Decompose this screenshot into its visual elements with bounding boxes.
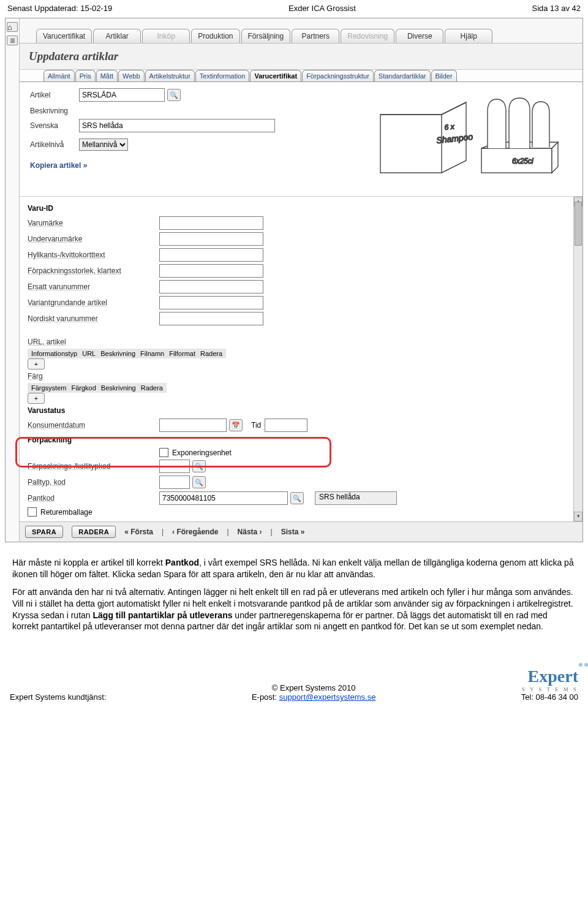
konsument-label: Konsumentdatum [28, 419, 159, 432]
exponering-checkbox[interactable] [159, 448, 168, 457]
toolbar-tab-produktion[interactable]: Produktion [191, 29, 239, 43]
doc-header-left: Senast Uppdaterad: 15-02-19 [7, 4, 112, 13]
footer-email-link[interactable]: support@expertsystems.se [279, 692, 376, 702]
subtab-textinformation[interactable]: Textinformation [195, 70, 250, 81]
subtab-artikelstruktur[interactable]: Artikelstruktur [145, 70, 195, 81]
nav-first[interactable]: « Första [124, 528, 153, 536]
search-icon[interactable]: 🔍 [290, 492, 304, 504]
search-icon[interactable]: 🔍 [192, 460, 206, 472]
subtab-webb[interactable]: Webb [118, 70, 145, 81]
svenska-label: Svenska [30, 121, 79, 130]
artikel-input[interactable] [79, 88, 165, 102]
svg-text:6 x: 6 x [444, 122, 455, 132]
app-window: ⌂ VarucertifikatArtiklarInköpProduktionF… [5, 18, 583, 542]
toolbar-tab-artiklar[interactable]: Artiklar [93, 29, 141, 43]
toolbar-tab-inköp: Inköp [142, 29, 190, 43]
subtab-pris[interactable]: Pris [75, 70, 96, 81]
forpackning-heading: Förpackning [28, 433, 570, 447]
delete-button[interactable]: RADERA [72, 526, 116, 538]
field-input[interactable] [159, 216, 263, 230]
subtab-varucertifikat[interactable]: Varucertifikat [250, 70, 301, 81]
konsument-input[interactable] [159, 419, 227, 432]
field-input[interactable] [159, 264, 263, 278]
palltyp-label: Palltyp, kod [28, 475, 159, 489]
subtab-strip: AllmäntPrisMåttWebbArtikelstrukturTextin… [19, 70, 582, 82]
scroll-down-icon[interactable]: ▾ [574, 512, 582, 521]
artikelniva-label: Artikelnivå [30, 140, 79, 149]
field-input[interactable] [159, 312, 263, 325]
field-label: Nordiskt varunummer [28, 312, 159, 325]
varustatus-heading: Varustatus [28, 404, 570, 417]
subtab-standardartiklar[interactable]: Standardartiklar [374, 70, 431, 81]
tid-input[interactable] [265, 419, 307, 432]
nav-prev[interactable]: ‹ Föregående [172, 528, 218, 536]
url-label: URL, artikel [28, 335, 570, 349]
tid-label: Tid [251, 421, 261, 430]
field-label: Hyllkants-/kvittokortttext [28, 248, 159, 262]
add-farg-icon[interactable]: + [28, 393, 45, 404]
field-label: Undervarumärke [28, 232, 159, 246]
field-label: Förpackningsstorlek, klartext [28, 264, 159, 278]
footer-left: Expert Systems kundtjänst: [10, 692, 107, 702]
info-header-row: InformationstypURLBeskrivningFilnamnFilf… [28, 349, 226, 358]
beskrivning-label: Beskrivning [30, 107, 79, 115]
nav-last[interactable]: Sista » [281, 528, 305, 536]
scroll-thumb[interactable] [575, 202, 582, 246]
doc-header: Senast Uppdaterad: 15-02-19 Exder ICA Gr… [0, 0, 588, 15]
subtab-bilder[interactable]: Bilder [431, 70, 457, 81]
list-icon[interactable] [7, 36, 18, 45]
pantkod-label: Pantkod [28, 491, 159, 505]
search-icon[interactable]: 🔍 [167, 89, 181, 101]
add-url-icon[interactable]: + [28, 358, 45, 369]
svg-text:6x25cl: 6x25cl [512, 157, 533, 165]
forpackkolli-input[interactable] [159, 460, 190, 473]
home-icon[interactable]: ⌂ [7, 22, 18, 32]
varuid-heading: Varu-ID [28, 202, 570, 215]
packaging-illustration: 6 x Shampoo 6x25cl [374, 87, 564, 179]
returemb-checkbox[interactable] [28, 507, 37, 517]
kopiera-link[interactable]: Kopiera artikel » [30, 161, 87, 170]
page-footer: Expert Systems kundtjänst: © Expert Syst… [0, 663, 588, 708]
toolbar-tab-diverse[interactable]: Diverse [396, 29, 443, 43]
farg-header-row: FärgsystemFärgkodBeskrivningRadera [28, 383, 167, 393]
palltyp-input[interactable] [159, 475, 190, 489]
toolbar-tab-redovisning: Redovisning [341, 29, 394, 43]
svenska-input[interactable] [79, 119, 275, 132]
subtab-allmänt[interactable]: Allmänt [43, 70, 75, 81]
search-icon[interactable]: 🔍 [192, 476, 206, 488]
subtab-mått[interactable]: Mått [96, 70, 118, 81]
field-input[interactable] [159, 232, 263, 246]
field-label: Ersatt varunummer [28, 280, 159, 294]
toolbar-tab-försäljning[interactable]: Försäljning [241, 29, 291, 43]
forpackkolli-label: Förpacknings-/kollitypkod [28, 460, 159, 473]
details-pane: ▴ ▾ Varu-ID VarumärkeUndervarumärkeHyllk… [19, 197, 574, 521]
field-input[interactable] [159, 280, 263, 294]
calendar-icon[interactable]: 📅 [229, 419, 243, 431]
toolbar-tab-hjälp[interactable]: Hjälp [445, 29, 492, 43]
footer-email-label: E-post: [252, 692, 279, 702]
article-form: Artikel 🔍 Beskrivning Svenska Artikelniv… [19, 82, 582, 197]
subtab-förpackningsstruktur[interactable]: Förpackningsstruktur [302, 70, 374, 81]
pantkod-input[interactable] [159, 491, 288, 505]
save-button[interactable]: SPARA [25, 526, 63, 538]
field-label: Variantgrundande artikel [28, 296, 159, 309]
field-label: Varumärke [28, 216, 159, 230]
pantkod-desc: SRS hellåda [315, 491, 397, 505]
returemb-label: Returemballage [40, 508, 92, 517]
scrollbar[interactable]: ▴ ▾ [573, 197, 582, 521]
footer-bar: SPARA RADERA « Första | ‹ Föregående | N… [19, 521, 582, 542]
doc-header-right: Sida 13 av 42 [532, 4, 581, 13]
nav-next[interactable]: Nästa › [238, 528, 262, 536]
toolbar-tab-varucertifikat[interactable]: Varucertifikat [36, 29, 92, 43]
footer-copyright: © Expert Systems 2010 [107, 683, 521, 692]
farg-label: Färg [28, 369, 570, 383]
artikelniva-select[interactable]: Mellannivå [79, 138, 128, 151]
artikel-label: Artikel [30, 91, 79, 99]
left-rail: ⌂ [6, 18, 20, 542]
doc-header-center: Exder ICA Grossist [288, 4, 356, 13]
toolbar-tab-partners[interactable]: Partners [292, 29, 339, 43]
footer-tel: Tel: 08-46 34 00 [521, 692, 578, 702]
body-text: Här måste ni koppla er artikel till korr… [0, 548, 588, 663]
field-input[interactable] [159, 248, 263, 262]
field-input[interactable] [159, 296, 263, 309]
